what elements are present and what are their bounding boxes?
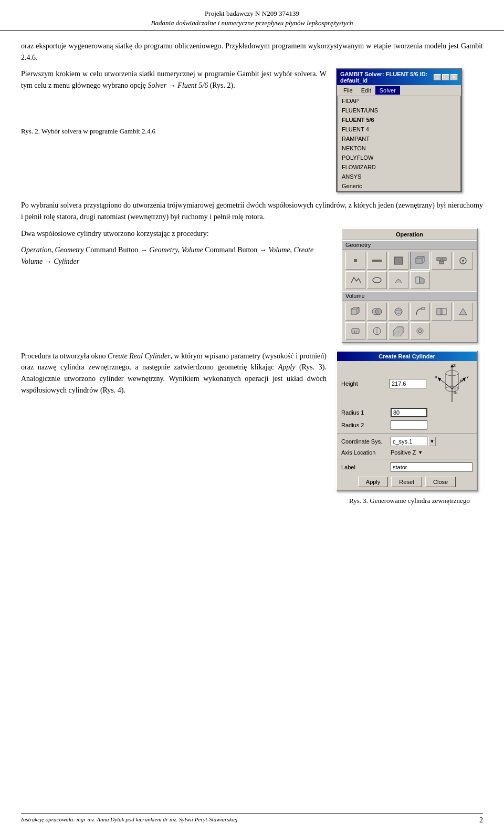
svg-rect-6 (439, 261, 444, 264)
cylinder-svg: Z Y X (434, 363, 470, 405)
coordinate-input-group: ▼ (391, 437, 436, 446)
height-row: Height Z Y (337, 361, 477, 406)
operation-panel-col: Operation Geometry (336, 228, 483, 343)
gambit-menubar: File Edit Solver (337, 85, 461, 96)
geometry-r2-4-icon[interactable] (388, 271, 408, 289)
svg-rect-12 (351, 309, 356, 314)
volume-create-icon[interactable] (345, 303, 365, 321)
gambit-titlebar: GAMBIT Solver: FLUENT 5/6 ID: default_id… (337, 69, 461, 85)
cylinder-schematic: Z Y X (432, 363, 472, 405)
volume-r2-3-icon[interactable] (367, 322, 387, 340)
svg-rect-18 (437, 308, 441, 315)
svg-text:R₁: R₁ (454, 391, 458, 395)
radius2-row: Radius 2 (337, 419, 477, 431)
cylinder-section: Procedura ta otworzyła okno Create Real … (21, 351, 483, 511)
svg-rect-5 (442, 258, 446, 261)
geometry-r2-3-icon[interactable] (367, 271, 387, 289)
solver-polyflow[interactable]: POLYFLOW (338, 153, 460, 162)
procedure-section: Dwa współosiowe cylindry utworzono korzy… (21, 228, 483, 343)
titlebar-controls[interactable]: _ □ × (434, 74, 458, 80)
figure3-caption: Rys. 3. Generowanie cylindra zewnętrzneg… (336, 496, 483, 506)
svg-point-28 (418, 330, 422, 333)
geometry-face-icon[interactable] (388, 252, 408, 270)
volume-sphere-icon[interactable] (388, 303, 408, 321)
apply-button[interactable]: Apply (358, 477, 388, 487)
intro-text: oraz eksportuje wygenerowaną siatkę do p… (21, 42, 483, 61)
geometry-label: Geometry (342, 240, 477, 250)
menu-solver[interactable]: Solver (375, 86, 400, 95)
figure2-caption-left: Rys. 2. Wybór solvera w programie Gambit… (21, 126, 327, 137)
solver-generic[interactable]: Generic (338, 181, 460, 191)
menu-file[interactable]: File (339, 86, 357, 95)
axis-value-group: Positive Z ▼ (391, 449, 423, 456)
volume-sweep-icon[interactable] (410, 303, 430, 321)
geometry-vertex-icon[interactable] (345, 252, 365, 270)
solver-fluentuns[interactable]: FLUENT/UNS (338, 106, 460, 115)
height-input[interactable] (390, 379, 426, 388)
volume-r2-5-icon[interactable] (410, 322, 430, 340)
header-title: Projekt badawczy N N209 374139 (21, 9, 483, 18)
radius2-input[interactable] (391, 420, 427, 430)
cylinder-dialog: Create Real Cylinder Height Z (336, 351, 478, 491)
svg-rect-17 (422, 307, 425, 310)
solver-fidap[interactable]: FIDAP (338, 96, 460, 106)
minimize-btn[interactable]: _ (434, 74, 441, 80)
geometry-volume-icon[interactable] (410, 252, 430, 270)
geometry-edge-icon[interactable] (367, 252, 387, 270)
solver-fluent4[interactable]: FLUENT 4 (338, 125, 460, 134)
geometry-r2-2-icon[interactable] (345, 271, 365, 289)
label-input[interactable] (391, 462, 472, 472)
svg-rect-3 (416, 258, 422, 263)
reset-button[interactable]: Reset (391, 477, 422, 487)
gambit-title: GAMBIT Solver: FLUENT 5/6 ID: default_id (340, 71, 434, 84)
label-row: Label (337, 461, 477, 473)
coordinate-arrow-btn[interactable]: ▼ (428, 437, 436, 446)
svg-rect-4 (437, 258, 441, 261)
solver-fluent56[interactable]: FLUENT 5/6 (338, 115, 460, 125)
geometry-icons-row (342, 250, 477, 291)
svg-point-15 (395, 308, 402, 315)
radius1-label: Radius 1 (341, 409, 387, 416)
intro-paragraph: oraz eksportuje wygenerowaną siatkę do p… (21, 40, 483, 63)
svg-text:∪: ∪ (354, 330, 357, 334)
menu-edit[interactable]: Edit (357, 86, 375, 95)
solver-flowizard[interactable]: FLOWIZARD (338, 162, 460, 172)
svg-text:Y: Y (466, 375, 469, 379)
volume-boolean-icon[interactable] (367, 303, 387, 321)
operation-panel: Operation Geometry (341, 228, 478, 343)
axis-label: Axis Location (341, 449, 387, 456)
axis-down-icon[interactable]: ▼ (418, 450, 423, 455)
volume-r2-4-icon[interactable]: + (388, 322, 408, 340)
svg-point-9 (373, 277, 381, 283)
geometry-group-icon[interactable] (432, 252, 452, 270)
solver-ansys[interactable]: ANSYS (338, 172, 460, 181)
volume-icons-row: ∪ + (342, 301, 477, 342)
dialog-divider2 (337, 459, 477, 459)
volume-r2-1-icon[interactable] (453, 303, 473, 321)
geometry-r2-5-icon[interactable] (410, 271, 430, 289)
procedure-intro: Dwa współosiowe cylindry utworzono korzy… (21, 228, 327, 240)
page-number: 2 (479, 816, 483, 825)
dialog-buttons: Apply Reset Close (337, 473, 477, 490)
volume-r2-2-icon[interactable]: ∪ (345, 322, 365, 340)
volume-label: Volume (342, 291, 477, 301)
radius1-row: Radius 1 (337, 406, 477, 419)
svg-point-8 (462, 260, 464, 262)
geometry-r2-1-icon[interactable] (453, 252, 473, 270)
maximize-btn[interactable]: □ (442, 74, 449, 80)
coordinate-label: Coordinate Sys. (341, 438, 387, 445)
radius1-input[interactable] (391, 408, 427, 417)
solver-rampant[interactable]: RAMPANT (338, 134, 460, 143)
svg-text:Z: Z (453, 363, 456, 368)
procedure-text-col: Dwa współosiowe cylindry utworzono korzy… (21, 228, 327, 273)
coordinate-input[interactable] (391, 437, 427, 446)
content-area: oraz eksportuje wygenerowaną siatkę do p… (0, 31, 504, 511)
page-header: Projekt badawczy N N209 374139 Badania d… (0, 0, 504, 31)
close-btn[interactable]: × (450, 74, 458, 80)
cylinder-text-col: Procedura ta otworzyła okno Create Real … (21, 351, 327, 401)
volume-split-icon[interactable] (432, 303, 452, 321)
svg-text:X: X (435, 375, 438, 379)
close-button[interactable]: Close (425, 477, 456, 487)
solver-nekton[interactable]: NEKTON (338, 143, 460, 153)
solver-section: Pierwszym krokiem w celu utworzenia siat… (21, 68, 483, 192)
